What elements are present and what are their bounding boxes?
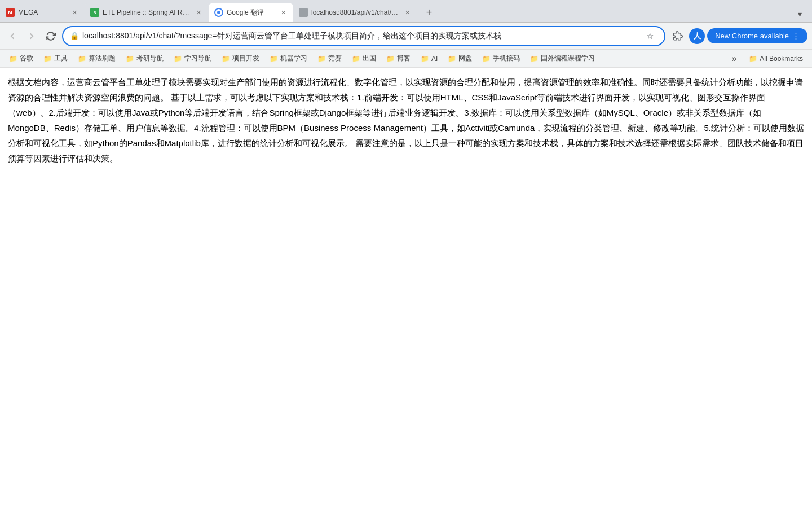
bookmark-dev[interactable]: 📁 项目开发 (217, 51, 264, 65)
bookmark-google-icon: 📁 (9, 55, 17, 63)
profile-avatar[interactable]: 人 (689, 28, 705, 44)
etl-favicon: S (90, 8, 99, 17)
new-chrome-button[interactable]: New Chrome available ⋮ (707, 28, 807, 43)
tab-mega[interactable]: M MEGA ✕ (0, 3, 85, 22)
mega-favicon: M (6, 8, 15, 17)
lock-icon: 🔒 (70, 32, 79, 40)
bookmark-ml-icon: 📁 (270, 55, 278, 63)
tab-etl[interactable]: S ETL Pipeline :: Spring AI Refe... ✕ (85, 3, 209, 22)
new-chrome-icon: ⋮ (792, 32, 800, 40)
extensions-icon (673, 31, 683, 41)
bookmark-star-button[interactable]: ☆ (642, 28, 657, 44)
tab-list-button[interactable]: ▾ (792, 6, 807, 22)
bookmark-google[interactable]: 📁 谷歌 (5, 51, 38, 65)
toolbar: 🔒 ☆ 人 New Chrome available ⋮ (0, 23, 812, 50)
bookmark-foreign-course-icon: 📁 (530, 55, 539, 63)
browser-frame: M MEGA ✕ S ETL Pipeline :: Spring AI Ref… (0, 0, 812, 508)
bookmark-pan-icon: 📁 (448, 55, 456, 63)
extensions-button[interactable] (669, 27, 687, 45)
tab-mega-title: MEGA (18, 8, 67, 16)
all-bookmarks-folder[interactable]: 📁 All Bookmarks (744, 52, 807, 65)
bookmark-study[interactable]: 📁 学习导航 (169, 51, 216, 65)
bookmark-postgrad[interactable]: 📁 考研导航 (121, 51, 168, 65)
bookmarks-bar-right: 📁 All Bookmarks (744, 52, 807, 65)
tab-localhost-close[interactable]: ✕ (403, 8, 412, 17)
bookmark-abroad[interactable]: 📁 出国 (347, 51, 381, 65)
bookmark-abroad-icon: 📁 (352, 55, 360, 63)
bookmarks-more-button[interactable]: » (729, 51, 739, 66)
back-button[interactable] (5, 28, 20, 44)
bookmark-blog[interactable]: 📁 博客 (382, 51, 415, 65)
tab-localhost[interactable]: localhost:8801/api/v1/chat/?m... ✕ (293, 3, 417, 22)
tab-bar: M MEGA ✕ S ETL Pipeline :: Spring AI Ref… (0, 0, 812, 23)
back-icon (7, 31, 17, 41)
bookmark-competition-icon: 📁 (317, 55, 326, 63)
bookmark-tools[interactable]: 📁 工具 (39, 51, 72, 65)
address-bar-right: ☆ (642, 28, 657, 44)
bookmark-competition[interactable]: 📁 竞赛 (313, 51, 346, 65)
bookmark-study-icon: 📁 (174, 55, 182, 63)
tab-etl-title: ETL Pipeline :: Spring AI Refe... (103, 8, 191, 16)
tab-google-translate[interactable]: Google 翻译 ✕ (209, 3, 293, 22)
new-tab-button[interactable]: + (420, 3, 439, 22)
address-bar-input[interactable] (82, 32, 638, 41)
address-bar-wrap: 🔒 ☆ (62, 26, 665, 46)
forward-icon (27, 31, 37, 41)
forward-button[interactable] (24, 28, 39, 44)
bookmark-ai[interactable]: 📁 AI (416, 52, 442, 65)
bookmark-foreign-course[interactable]: 📁 国外编程课程学习 (526, 51, 599, 65)
tab-localhost-title: localhost:8801/api/v1/chat/?m... (311, 8, 399, 16)
localhost-favicon (299, 8, 308, 17)
bookmark-pan[interactable]: 📁 网盘 (443, 51, 476, 65)
bookmark-algo[interactable]: 📁 算法刷题 (73, 51, 120, 65)
toolbar-right: 人 New Chrome available ⋮ (669, 27, 807, 45)
bookmark-algo-icon: 📁 (78, 55, 86, 63)
bookmark-tools-icon: 📁 (43, 55, 52, 63)
bookmark-mobile-icon: 📁 (482, 55, 491, 63)
page-content: 根据文档内容，运营商云管平台工单处理子模块需要实现对生产部门使用的资源进行流程化… (0, 68, 812, 173)
all-bookmarks-icon: 📁 (749, 55, 757, 63)
tab-google-translate-title: Google 翻译 (227, 8, 275, 17)
tab-google-translate-close[interactable]: ✕ (279, 8, 288, 17)
reload-button[interactable] (43, 28, 59, 44)
main-text: 根据文档内容，运营商云管平台工单处理子模块需要实现对生产部门使用的资源进行流程化… (8, 75, 804, 166)
tab-bar-right: ▾ (792, 6, 812, 22)
bookmark-blog-icon: 📁 (386, 55, 395, 63)
bookmark-postgrad-icon: 📁 (126, 55, 134, 63)
bookmark-ml[interactable]: 📁 机器学习 (265, 51, 312, 65)
bookmark-dev-icon: 📁 (222, 55, 230, 63)
tab-etl-close[interactable]: ✕ (194, 8, 203, 17)
tab-mega-close[interactable]: ✕ (70, 8, 79, 17)
bookmarks-bar: 📁 谷歌 📁 工具 📁 算法刷题 📁 考研导航 📁 学习导航 📁 项目开发 📁 … (0, 50, 812, 68)
reload-icon (46, 31, 56, 41)
google-translate-favicon (214, 8, 223, 17)
bookmark-mobile[interactable]: 📁 手机接码 (478, 51, 524, 65)
bookmark-ai-icon: 📁 (421, 55, 429, 63)
